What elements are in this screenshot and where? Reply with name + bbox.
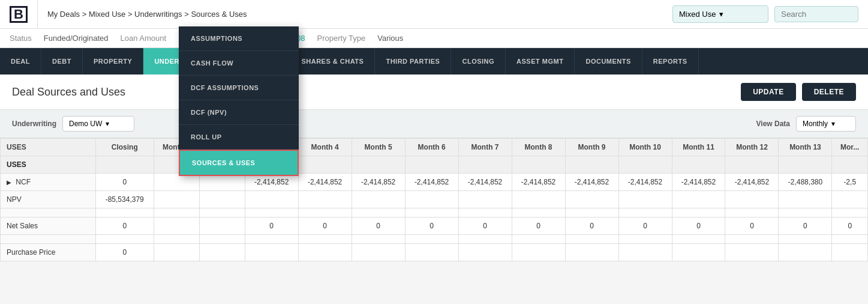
row-label-ncf: ▶ NCF bbox=[1, 174, 96, 191]
table-row: NPV -85,534,379 bbox=[1, 191, 868, 208]
col-header-month5: Month 5 bbox=[352, 139, 405, 156]
property-type-label: Property Type bbox=[317, 34, 366, 43]
netsales-m6: 0 bbox=[405, 217, 458, 235]
chevron-down-icon: ▾ bbox=[106, 120, 109, 128]
view-data-label: View Data bbox=[756, 120, 790, 128]
netsales-m10: 0 bbox=[618, 217, 672, 235]
nav-item-third-parties[interactable]: THIRD PARTIES bbox=[375, 48, 451, 74]
underwriting-select[interactable]: Demo UW ▾ bbox=[62, 116, 134, 132]
underwriting-value: Demo UW bbox=[69, 120, 102, 128]
ncf-m7: -2,414,852 bbox=[458, 174, 512, 191]
table-header-row: USES Closing Month 1 Month 2 Month 3 Mon… bbox=[1, 139, 868, 156]
dropdown-item-dcf-npv[interactable]: DCF (NPV) bbox=[179, 100, 299, 125]
status-value: Funded/Originated bbox=[44, 34, 109, 43]
row-label-purchase-price: Purchase Price bbox=[1, 244, 96, 261]
dropdown-item-dcf-assumptions[interactable]: DCF ASSUMPTIONS bbox=[179, 76, 299, 100]
dropdown-item-cash-flow[interactable]: CASH FLOW bbox=[179, 51, 299, 76]
breadcrumb: My Deals > Mixed Use > Underwritings > S… bbox=[47, 10, 247, 19]
netsales-m4: 0 bbox=[298, 217, 352, 235]
purchase-closing: 0 bbox=[95, 244, 154, 261]
ncf-m13: -2,488,380 bbox=[779, 174, 832, 191]
netsales-closing: 0 bbox=[95, 217, 154, 235]
logo-area: B bbox=[10, 0, 38, 28]
table-row bbox=[1, 208, 868, 217]
col-header-label: USES bbox=[1, 139, 96, 156]
row-label-net-sales: Net Sales bbox=[1, 217, 96, 235]
netsales-m8: 0 bbox=[512, 217, 565, 235]
nav-item-debt[interactable]: DEBT bbox=[41, 48, 83, 74]
netsales-m11: 0 bbox=[672, 217, 725, 235]
loan-amount-label: Loan Amount bbox=[121, 34, 167, 43]
delete-button[interactable]: DELETE bbox=[802, 83, 856, 101]
ncf-m10: -2,414,852 bbox=[618, 174, 672, 191]
monthly-dropdown[interactable]: Monthly ▾ bbox=[796, 116, 856, 132]
netsales-m3: 0 bbox=[245, 217, 298, 235]
row-label-uses: USES bbox=[1, 156, 96, 174]
dropdown-item-sources-uses[interactable]: SOURCES & USES bbox=[179, 150, 299, 176]
nav-item-documents[interactable]: DOCUMENTS bbox=[575, 48, 642, 74]
data-table: USES Closing Month 1 Month 2 Month 3 Mon… bbox=[0, 138, 868, 261]
netsales-m5: 0 bbox=[352, 217, 405, 235]
table-row bbox=[1, 235, 868, 244]
status-label: Status bbox=[10, 34, 32, 43]
ncf-m6: -2,414,852 bbox=[405, 174, 458, 191]
ncf-m12: -2,414,852 bbox=[725, 174, 779, 191]
nav-item-shares-chats[interactable]: SHARES & CHATS bbox=[290, 48, 375, 74]
mixed-use-dropdown[interactable]: Mixed Use ▾ bbox=[672, 5, 768, 23]
table-row: ▶ NCF 0 -2,414,852 -2,414,852 -2,414,852… bbox=[1, 174, 868, 191]
logo-icon: B bbox=[10, 6, 28, 23]
page-header: Deal Sources and Uses UPDATE DELETE bbox=[0, 74, 868, 110]
netsales-m9: 0 bbox=[565, 217, 618, 235]
top-right: Mixed Use ▾ bbox=[672, 5, 858, 23]
update-button[interactable]: UPDATE bbox=[741, 83, 795, 101]
col-header-month12: Month 12 bbox=[725, 139, 779, 156]
col-header-closing: Closing bbox=[95, 139, 154, 156]
row-label-npv: NPV bbox=[1, 191, 96, 208]
top-bar: B My Deals > Mixed Use > Underwritings >… bbox=[0, 0, 868, 29]
col-header-month4: Month 4 bbox=[298, 139, 352, 156]
table-row: Purchase Price 0 bbox=[1, 244, 868, 261]
chevron-down-icon: ▾ bbox=[719, 10, 723, 19]
ncf-m5: -2,414,852 bbox=[352, 174, 405, 191]
col-header-month6: Month 6 bbox=[405, 139, 458, 156]
ncf-m4: -2,414,852 bbox=[298, 174, 352, 191]
nav-item-asset-mgmt[interactable]: ASSET MGMT bbox=[506, 48, 575, 74]
col-header-month8: Month 8 bbox=[512, 139, 565, 156]
col-header-more: Mor... bbox=[832, 139, 868, 156]
nav-item-deal[interactable]: DEAL bbox=[0, 48, 41, 74]
nav-item-reports[interactable]: REPORTS bbox=[642, 48, 699, 74]
col-header-month10: Month 10 bbox=[618, 139, 672, 156]
data-table-wrapper: USES Closing Month 1 Month 2 Month 3 Mon… bbox=[0, 138, 868, 261]
property-type-value: Various bbox=[377, 34, 403, 43]
main-content: Deal Sources and Uses UPDATE DELETE Unde… bbox=[0, 74, 868, 261]
controls-row: Underwriting Demo UW ▾ View Data Monthly… bbox=[0, 110, 868, 138]
ncf-more: -2,5 bbox=[832, 174, 868, 191]
mixed-use-label: Mixed Use bbox=[679, 10, 716, 19]
ncf-m9: -2,414,852 bbox=[565, 174, 618, 191]
chevron-down-icon: ▾ bbox=[831, 120, 835, 128]
table-row: Net Sales 0 0 0 0 0 0 0 0 0 0 0 0 0 bbox=[1, 217, 868, 235]
table-row: USES bbox=[1, 156, 868, 174]
netsales-m7: 0 bbox=[458, 217, 512, 235]
underwriting-label: Underwriting bbox=[12, 120, 56, 128]
npv-closing: -85,534,379 bbox=[95, 191, 154, 208]
ncf-m11: -2,414,852 bbox=[672, 174, 725, 191]
monthly-label: Monthly bbox=[803, 120, 828, 128]
dropdown-item-assumptions[interactable]: ASSUMPTIONS bbox=[179, 26, 299, 51]
nav-bar: DEAL DEBT PROPERTY UNDERWRITINGS BORROWE… bbox=[0, 48, 868, 74]
search-input[interactable] bbox=[774, 6, 858, 22]
col-header-month7: Month 7 bbox=[458, 139, 512, 156]
underwritings-dropdown-menu: ASSUMPTIONS CASH FLOW DCF ASSUMPTIONS DC… bbox=[179, 26, 299, 176]
status-bar: Status Funded/Originated Loan Amount 15,… bbox=[0, 29, 868, 48]
ncf-closing: 0 bbox=[95, 174, 154, 191]
netsales-more: 0 bbox=[832, 217, 868, 235]
dropdown-item-roll-up[interactable]: ROLL UP bbox=[179, 125, 299, 150]
nav-item-closing[interactable]: CLOSING bbox=[451, 48, 506, 74]
col-header-month13: Month 13 bbox=[779, 139, 832, 156]
page-title: Deal Sources and Uses bbox=[12, 86, 125, 99]
netsales-m12: 0 bbox=[725, 217, 779, 235]
nav-item-property[interactable]: PROPERTY bbox=[83, 48, 144, 74]
col-header-month11: Month 11 bbox=[672, 139, 725, 156]
netsales-m13: 0 bbox=[779, 217, 832, 235]
action-buttons: UPDATE DELETE bbox=[741, 83, 856, 101]
